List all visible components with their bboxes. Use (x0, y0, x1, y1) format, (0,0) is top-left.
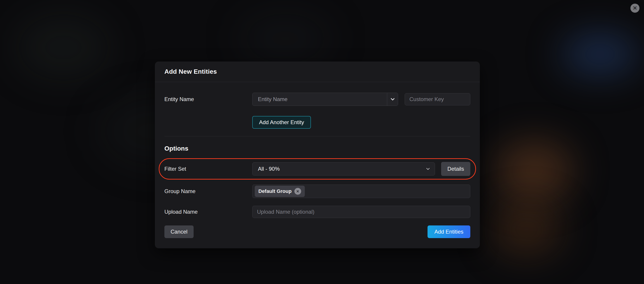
filter-set-select[interactable]: All - 90% (252, 162, 435, 175)
add-another-entity-button[interactable]: Add Another Entity (252, 116, 311, 129)
add-entities-button[interactable]: Add Entities (428, 225, 470, 238)
screen: ✕ Add New Entities Entity Name Entity Na… (0, 0, 644, 284)
cancel-button[interactable]: Cancel (164, 225, 194, 238)
chip-remove-icon[interactable]: ✕ (294, 188, 301, 195)
details-button[interactable]: Details (441, 162, 470, 176)
background-blob (238, 13, 333, 63)
filter-set-label: Filter Set (164, 166, 252, 172)
group-chip: Default Group ✕ (255, 186, 305, 197)
background-blob (562, 34, 638, 75)
upload-name-row: Upload Name (164, 206, 470, 218)
section-divider (164, 136, 470, 136)
entity-name-select-value: Entity Name (252, 96, 387, 102)
entity-name-row: Entity Name Entity Name (164, 93, 470, 106)
group-name-label: Group Name (164, 188, 252, 194)
group-name-row: Group Name Default Group ✕ (164, 184, 470, 198)
options-heading: Options (164, 145, 470, 152)
filter-set-select-value: All - 90% (252, 166, 421, 172)
modal-footer: Cancel Add Entities (164, 225, 470, 238)
upload-name-input[interactable] (252, 206, 470, 218)
add-new-entities-modal: Add New Entities Entity Name Entity Name… (155, 61, 480, 248)
chevron-down-icon (387, 93, 398, 106)
background-blob (492, 203, 562, 256)
close-icon: ✕ (633, 5, 637, 11)
modal-body: Entity Name Entity Name Add Another Enti… (155, 93, 480, 238)
add-another-row: Add Another Entity (164, 116, 470, 129)
group-chip-label: Default Group (258, 188, 292, 194)
upload-name-label: Upload Name (164, 209, 252, 215)
close-button[interactable]: ✕ (630, 3, 640, 13)
entity-name-select[interactable]: Entity Name (252, 93, 398, 106)
background-blob (496, 140, 573, 201)
modal-header: Add New Entities (155, 61, 480, 82)
chevron-down-icon (421, 166, 435, 172)
background-blob (16, 16, 111, 79)
entity-name-label: Entity Name (164, 96, 252, 102)
group-name-input[interactable]: Default Group ✕ (252, 184, 470, 198)
filter-set-highlight-annotation: Filter Set All - 90% Details (159, 158, 476, 179)
customer-key-input[interactable] (405, 93, 470, 105)
filter-set-row: Filter Set All - 90% Details (164, 162, 470, 176)
modal-title: Add New Entities (164, 68, 217, 75)
